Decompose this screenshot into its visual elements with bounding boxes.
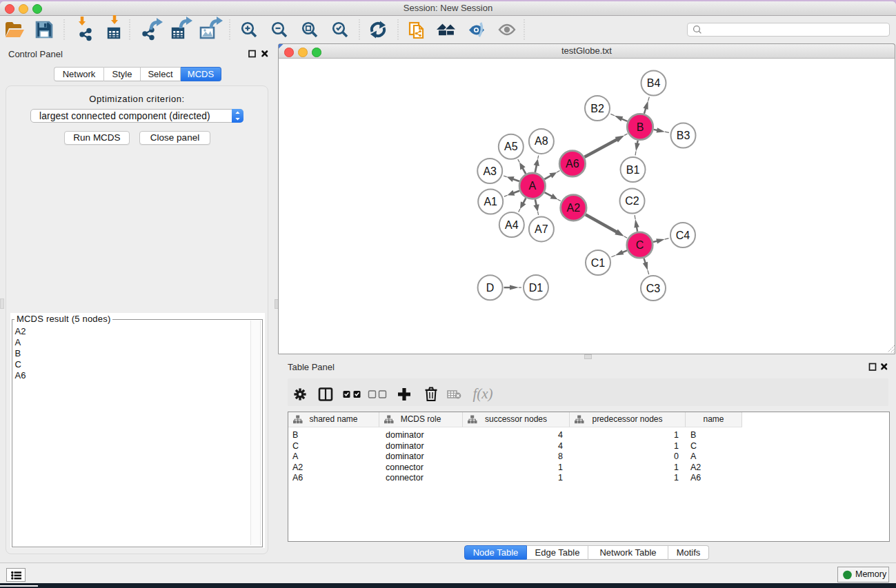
svg-text:B: B (637, 121, 644, 133)
svg-text:A7: A7 (535, 223, 548, 235)
svg-text:A1: A1 (484, 196, 497, 207)
svg-text:C: C (636, 239, 644, 251)
svg-text:A4: A4 (505, 219, 519, 231)
svg-text:B3: B3 (677, 130, 690, 141)
svg-text:A: A (528, 180, 536, 192)
svg-text:B4: B4 (647, 77, 661, 89)
svg-text:C1: C1 (591, 257, 606, 269)
svg-text:C2: C2 (625, 195, 639, 207)
svg-text:B2: B2 (590, 103, 604, 114)
svg-text:D: D (486, 282, 495, 294)
svg-text:A3: A3 (483, 165, 497, 177)
svg-text:D1: D1 (529, 282, 544, 294)
svg-text:C3: C3 (646, 283, 661, 294)
svg-text:A8: A8 (535, 135, 548, 147)
svg-text:B1: B1 (626, 164, 640, 176)
svg-text:A2: A2 (567, 202, 581, 214)
svg-text:A5: A5 (504, 141, 518, 152)
svg-text:C4: C4 (676, 230, 690, 241)
svg-text:f(x): f(x) (472, 385, 492, 402)
svg-text:A6: A6 (566, 158, 579, 170)
